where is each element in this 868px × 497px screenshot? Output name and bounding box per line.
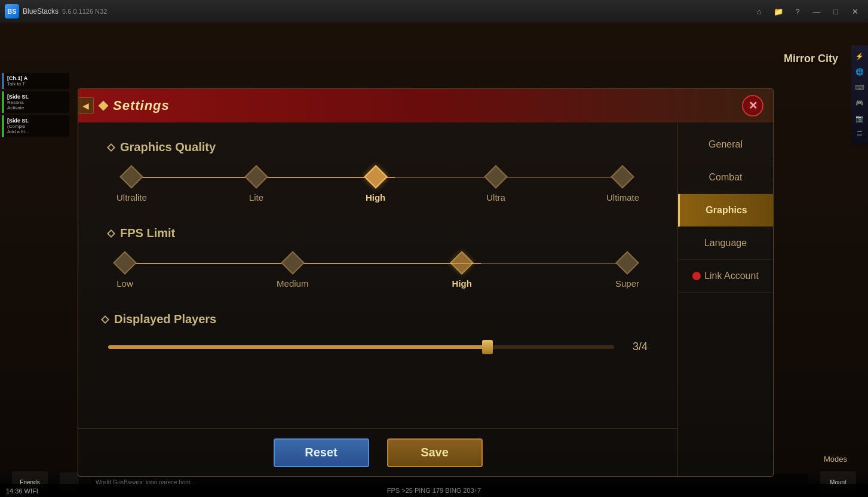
fps-label-super: Super xyxy=(615,278,639,289)
quality-diamond-high xyxy=(364,165,388,189)
settings-footer: Reset Save xyxy=(78,428,677,476)
section-diamond-fps xyxy=(107,229,115,237)
quality-label-ultimate: Ultimate xyxy=(606,192,639,203)
fps-label-high: High xyxy=(452,278,472,289)
quality-nodes: Ultralite Lite High xyxy=(116,168,639,203)
players-value: 3/4 xyxy=(624,340,648,353)
quality-label-ultra: Ultra xyxy=(486,192,505,203)
nav-item-general[interactable]: General xyxy=(678,128,773,161)
quality-diamond-ultralite xyxy=(120,165,144,189)
minimize-button[interactable]: — xyxy=(808,5,825,18)
section-diamond-icon xyxy=(107,143,115,151)
app-icon: BS xyxy=(5,4,19,19)
settings-nav: General Combat Graphics Language Link Ac… xyxy=(677,122,773,476)
save-button[interactable]: Save xyxy=(387,438,483,467)
close-button[interactable]: ✕ xyxy=(846,5,863,18)
fps-nodes: Low Medium High xyxy=(116,254,639,289)
header-diamond-icon xyxy=(99,101,109,111)
quality-node-high[interactable]: High xyxy=(366,168,385,203)
section-diamond-players xyxy=(101,315,109,323)
app-version: 5.6.0.1126 N32 xyxy=(62,8,107,15)
quality-diamond-lite xyxy=(244,165,268,189)
game-area: Mirror City [Ch.1] A Talk to T [Side St.… xyxy=(0,23,868,497)
section-title-graphics-quality: Graphics Quality xyxy=(120,140,216,154)
fps-limit-label: FPS Limit xyxy=(108,226,648,240)
nav-item-graphics[interactable]: Graphics xyxy=(678,194,773,227)
bottom-left-info: 14:36 WIFI xyxy=(6,487,38,495)
graphics-quality-label: Graphics Quality xyxy=(108,140,648,154)
quality-label-lite: Lite xyxy=(249,192,263,203)
quality-label-ultralite: Ultralite xyxy=(116,192,147,203)
bluestacks-titlebar: BS BlueStacks 5.6.0.1126 N32 ⌂ 📁 ? — □ ✕ xyxy=(0,0,868,23)
link-account-dot xyxy=(692,272,701,280)
section-title-players: Displayed Players xyxy=(114,312,216,326)
fps-diamond-high xyxy=(450,251,474,275)
quality-node-lite[interactable]: Lite xyxy=(248,168,265,203)
displayed-players-section: Displayed Players 3/4 xyxy=(102,312,654,353)
fps-node-low[interactable]: Low xyxy=(116,254,133,289)
quality-label-high: High xyxy=(366,192,385,203)
players-slider-row: 3/4 xyxy=(102,340,654,353)
nav-item-language[interactable]: Language xyxy=(678,227,773,260)
players-track[interactable] xyxy=(108,345,614,349)
nav-item-combat[interactable]: Combat xyxy=(678,161,773,194)
players-track-filled xyxy=(108,345,487,349)
settings-dialog: ◀ Settings ✕ Graphics Quality xyxy=(78,88,774,477)
fps-limit-section: FPS Limit Low xyxy=(102,226,654,289)
reset-button[interactable]: Reset xyxy=(274,438,369,467)
settings-header: ◀ Settings ✕ xyxy=(78,89,773,122)
app-title: BlueStacks xyxy=(23,7,59,16)
section-title-fps: FPS Limit xyxy=(120,226,175,240)
players-slider-handle[interactable] xyxy=(482,340,493,354)
settings-back-button[interactable]: ◀ xyxy=(78,97,94,114)
fps-node-medium[interactable]: Medium xyxy=(277,254,308,289)
help-button[interactable]: ? xyxy=(789,5,806,18)
fps-node-super[interactable]: Super xyxy=(615,254,639,289)
quality-node-ultralite[interactable]: Ultralite xyxy=(116,168,147,203)
quality-node-ultimate[interactable]: Ultimate xyxy=(606,168,639,203)
home-button[interactable]: ⌂ xyxy=(751,5,768,18)
fps-diamond-medium xyxy=(281,251,305,275)
fps-label-medium: Medium xyxy=(277,278,308,289)
fps-diamond-super xyxy=(615,251,639,275)
nav-item-link-account[interactable]: Link Account xyxy=(678,260,773,293)
window-controls: ⌂ 📁 ? — □ ✕ xyxy=(751,5,863,18)
displayed-players-label: Displayed Players xyxy=(102,312,654,326)
settings-content: Graphics Quality Ultralite xyxy=(78,122,677,428)
folder-button[interactable]: 📁 xyxy=(770,5,787,18)
settings-close-button[interactable]: ✕ xyxy=(742,95,763,116)
fps-label-low: Low xyxy=(116,278,133,289)
modal-overlay: ◀ Settings ✕ Graphics Quality xyxy=(0,23,868,497)
fps-nodes-container: Low Medium High xyxy=(108,254,648,289)
fps-diamond-low xyxy=(113,251,137,275)
quality-diamond-ultra xyxy=(484,165,508,189)
quality-node-ultra[interactable]: Ultra xyxy=(486,168,505,203)
restore-button[interactable]: □ xyxy=(827,5,844,18)
fps-status-bar: FPS >25 PING 179 BING 203↑7 xyxy=(0,484,868,497)
quality-diamond-ultimate xyxy=(611,165,635,189)
quality-nodes-container: Ultralite Lite High xyxy=(108,168,648,203)
settings-title: Settings xyxy=(113,98,170,113)
app-logo: BS BlueStacks 5.6.0.1126 N32 xyxy=(5,4,107,19)
graphics-quality-section: Graphics Quality Ultralite xyxy=(102,140,654,203)
fps-node-high[interactable]: High xyxy=(452,254,472,289)
